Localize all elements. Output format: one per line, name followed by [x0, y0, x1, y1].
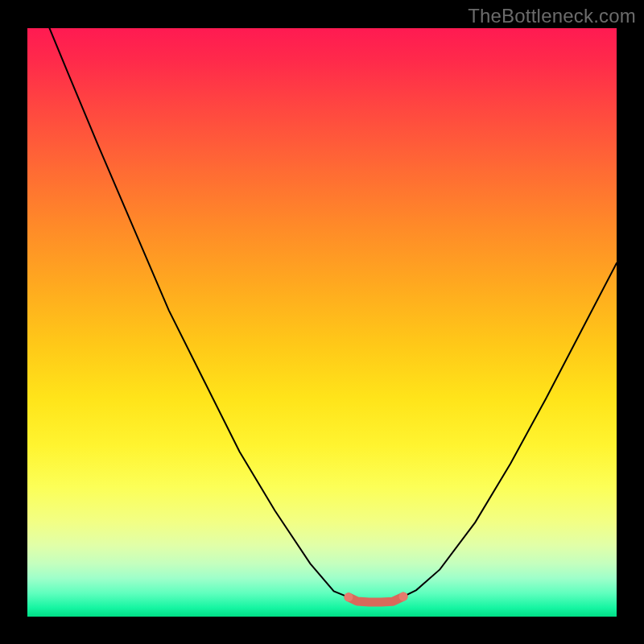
bottleneck-marker — [349, 597, 403, 602]
plot-area — [27, 27, 617, 617]
left-curve — [49, 27, 349, 597]
chart-lines — [27, 27, 617, 617]
bottleneck-marker-endcap — [344, 592, 353, 601]
right-curve — [403, 263, 617, 597]
chart-frame: TheBottleneck.com — [0, 0, 644, 644]
watermark-text: TheBottleneck.com — [468, 5, 636, 27]
bottleneck-marker-endcap — [399, 592, 408, 601]
